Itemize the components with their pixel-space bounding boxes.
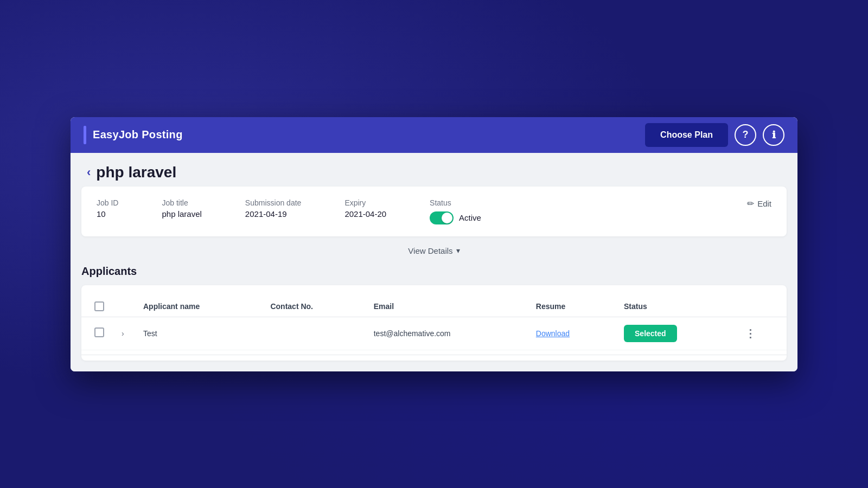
status-value: Active [459, 213, 481, 222]
job-info-card: Job ID 10 Job title php laravel Submissi… [81, 187, 787, 236]
app-header: EasyJob Posting Choose Plan ? ℹ [71, 117, 797, 153]
applicants-title: Applicants [81, 265, 787, 278]
applicant-name-cell: Test [135, 317, 261, 350]
email-cell: test@alchemative.com [365, 317, 527, 350]
email-value: test@alchemative.com [374, 329, 451, 338]
choose-plan-button[interactable]: Choose Plan [645, 123, 728, 147]
row-checkbox-cell [81, 317, 113, 350]
row-expand-icon[interactable]: › [122, 329, 124, 338]
row-expand-cell: › [113, 317, 135, 350]
select-all-header [81, 296, 113, 317]
email-header: Email [365, 296, 527, 317]
app-window: EasyJob Posting Choose Plan ? ℹ ‹ php la… [71, 117, 797, 371]
job-id-field: Job ID 10 [97, 198, 118, 219]
table-header-row: Applicant name Contact No. Email Resume … [81, 296, 787, 317]
job-title-value: php laravel [162, 209, 201, 219]
actions-header [736, 296, 787, 317]
expiry-value: 2021-04-20 [344, 209, 386, 219]
status-header: Status [615, 296, 736, 317]
header-right: Choose Plan ? ℹ [645, 123, 784, 147]
page-title: php laravel [96, 164, 176, 181]
job-id-value: 10 [97, 209, 118, 219]
status-label: Status [430, 198, 481, 207]
applicant-name-header: Applicant name [135, 296, 261, 317]
more-actions-cell: ⋮ [736, 317, 787, 350]
table-bottom-divider [81, 355, 787, 355]
contact-header: Contact No. [261, 296, 365, 317]
job-title-label: Job title [162, 198, 201, 207]
submission-date-label: Submission date [245, 198, 302, 207]
main-content: ‹ php laravel Job ID 10 Job title php la… [71, 153, 797, 371]
job-title-field: Job title php laravel [162, 198, 201, 219]
applicants-section: Applicants Applicant name Contact [71, 265, 797, 371]
expiry-label: Expiry [344, 198, 386, 207]
applicants-table: Applicant name Contact No. Email Resume … [81, 296, 787, 350]
expiry-field: Expiry 2021-04-20 [344, 198, 386, 219]
row-checkbox[interactable] [94, 328, 104, 337]
toggle-knob [442, 213, 452, 223]
view-details-label: View Details [408, 246, 452, 255]
select-all-checkbox[interactable] [94, 301, 104, 311]
help-icon[interactable]: ? [735, 124, 756, 146]
job-info-fields: Job ID 10 Job title php laravel Submissi… [97, 198, 747, 224]
resume-download-link[interactable]: Download [536, 329, 570, 338]
app-title: EasyJob Posting [93, 129, 183, 141]
status-cell: Selected [615, 317, 736, 350]
resume-cell: Download [527, 317, 615, 350]
expand-col-header [113, 296, 135, 317]
applicants-card: Applicant name Contact No. Email Resume … [81, 285, 787, 361]
table-row: › Test test@alchemative.com [81, 317, 787, 350]
contact-cell [261, 317, 365, 350]
status-toggle-row: Active [430, 211, 481, 224]
back-button[interactable]: ‹ [87, 165, 91, 179]
more-actions-icon[interactable]: ⋮ [745, 328, 757, 339]
view-details-row[interactable]: View Details ▾ [71, 236, 797, 265]
edit-button[interactable]: ✏ Edit [747, 198, 771, 209]
job-info-grid: Job ID 10 Job title php laravel Submissi… [97, 198, 771, 224]
applicant-name: Test [143, 329, 157, 338]
logo-bar [84, 126, 86, 144]
submission-date-field: Submission date 2021-04-19 [245, 198, 302, 219]
edit-label: Edit [757, 199, 771, 208]
job-id-label: Job ID [97, 198, 118, 207]
chevron-down-icon: ▾ [456, 246, 460, 255]
resume-header: Resume [527, 296, 615, 317]
page-header: ‹ php laravel [71, 153, 797, 187]
status-toggle[interactable] [430, 211, 454, 224]
submission-date-value: 2021-04-19 [245, 209, 302, 219]
status-field: Status Active [430, 198, 481, 224]
info-icon[interactable]: ℹ [763, 124, 784, 146]
selected-status-badge[interactable]: Selected [624, 325, 677, 342]
header-left: EasyJob Posting [84, 126, 183, 144]
edit-icon: ✏ [747, 198, 754, 209]
